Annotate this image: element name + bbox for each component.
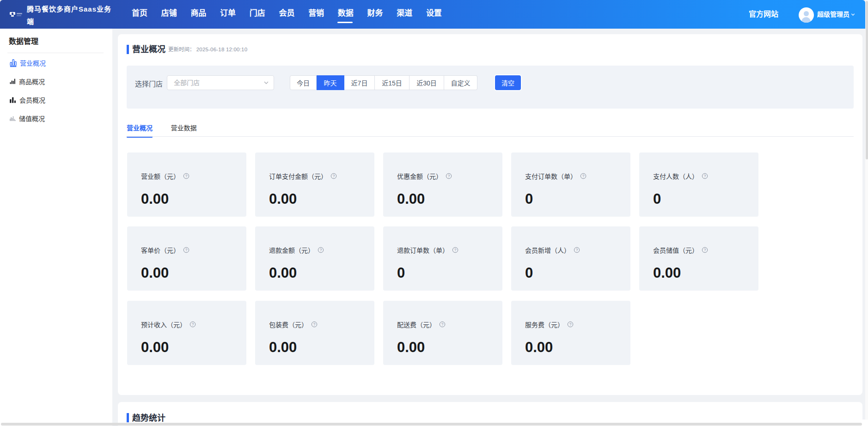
svg-text:?: ? bbox=[333, 173, 335, 178]
svg-text:?: ? bbox=[569, 322, 572, 326]
svg-text:?: ? bbox=[441, 322, 444, 326]
svg-text:?: ? bbox=[448, 173, 450, 178]
svg-text:?: ? bbox=[582, 173, 585, 178]
svg-text:?: ? bbox=[704, 247, 706, 252]
svg-text:?: ? bbox=[704, 173, 706, 178]
svg-text:?: ? bbox=[320, 247, 322, 252]
svg-text:?: ? bbox=[185, 247, 188, 252]
svg-text:?: ? bbox=[313, 322, 316, 326]
svg-text:?: ? bbox=[454, 247, 457, 252]
svg-text:?: ? bbox=[185, 173, 188, 178]
svg-text:?: ? bbox=[576, 247, 578, 252]
svg-text:?: ? bbox=[192, 322, 194, 326]
